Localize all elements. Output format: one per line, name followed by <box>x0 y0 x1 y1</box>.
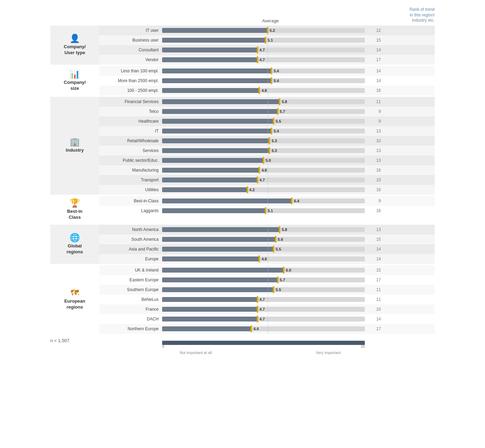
chart-row: More than 2500 empl.5.414 <box>99 76 435 86</box>
bar-value: 5.3 <box>272 139 277 143</box>
section-global-regions: 🌐GlobalregionsNorth America5.813South Am… <box>50 225 435 264</box>
rank-value: 10 <box>365 307 382 312</box>
row-label: Eastern Europe <box>99 277 162 282</box>
bar-marker <box>259 255 260 262</box>
bar-container: 5.7 <box>162 277 365 282</box>
bar-fill <box>162 237 276 242</box>
bar-fill <box>162 129 272 133</box>
bar-fill <box>162 198 292 203</box>
bar-container: 5.5 <box>162 287 365 292</box>
rank-value: 13 <box>365 227 382 232</box>
bar-fill <box>162 99 280 104</box>
chart-row: Healthcare5.59 <box>99 116 435 126</box>
bar-fill <box>162 158 263 163</box>
bar-fill <box>162 326 251 331</box>
n-label: n = 1,507 <box>50 338 162 343</box>
bar-marker <box>273 246 274 253</box>
chart-row: Transport4.715 <box>99 175 435 185</box>
row-label: IT user <box>99 28 162 33</box>
row-label: IT <box>99 129 162 133</box>
rank-value: 16 <box>365 168 382 173</box>
bar-value: 5.1 <box>268 38 273 42</box>
bar-fill <box>162 317 258 321</box>
bar-fill <box>162 38 266 43</box>
bar-marker <box>257 56 258 63</box>
bar-fill <box>162 168 259 173</box>
bar-marker <box>269 137 270 144</box>
row-label: 100 - 2500 empl. <box>99 88 162 93</box>
chart-row: DACH4.714 <box>99 314 435 324</box>
bar-fill <box>162 247 274 252</box>
row-label: Telco <box>99 109 162 114</box>
section-label-global-regions: 🌐Globalregions <box>50 225 99 264</box>
section-icon-best-in-class: 🏆 <box>70 199 80 207</box>
bar-container: 5.2 <box>162 28 365 33</box>
rank-value: 11 <box>365 99 382 104</box>
x-axis-zero: 0 <box>162 344 164 348</box>
bar-fill <box>162 78 272 83</box>
section-title-industry: Industry <box>66 147 84 153</box>
bar-value: 5.8 <box>282 227 287 232</box>
bar-marker <box>259 87 260 94</box>
bar-marker <box>273 286 274 293</box>
section-title-best-in-class: Best-inClass <box>67 209 82 221</box>
n-value: n = 1,507 <box>50 338 70 343</box>
rank-header: Rank of trendin this region/industry etc… <box>407 7 435 23</box>
bar-marker <box>259 167 260 174</box>
chart-row: Laggards5.116 <box>99 206 435 216</box>
rank-value: 15 <box>365 237 382 242</box>
row-label: Southern Europe <box>99 287 162 292</box>
section-title-european-regions: Europeanregions <box>64 298 85 310</box>
bar-container: 4.7 <box>162 297 365 302</box>
bar-container: 5.4 <box>162 78 365 83</box>
bar-marker <box>257 46 258 53</box>
bar-marker <box>271 77 272 84</box>
bar-value: 5.2 <box>270 28 275 32</box>
chart-row: Eastern Europe5.717 <box>99 275 435 285</box>
chart-container: Average Rank of trendin this region/indu… <box>50 7 435 360</box>
bar-value: 5.4 <box>274 129 279 133</box>
rank-value: 10 <box>365 138 382 143</box>
bar-marker <box>271 128 272 135</box>
rank-value: 13 <box>365 129 382 133</box>
rank-value: 13 <box>365 158 382 163</box>
chart-row: IT user5.212 <box>99 26 435 35</box>
section-title-company-size: Company/size <box>64 80 86 92</box>
bar-value: 6.0 <box>286 268 291 272</box>
bar-container: 5.3 <box>162 148 365 153</box>
bar-marker <box>265 37 266 44</box>
section-icon-european-regions: 🗺 <box>71 289 79 297</box>
section-label-company-user-type: 👤Company/User type <box>50 26 99 65</box>
rank-value: 15 <box>365 268 382 273</box>
section-industry: 🏢IndustryFinancial Services5.811Telco5.7… <box>50 97 435 195</box>
bar-value: 4.4 <box>253 327 259 331</box>
bar-container: 5.3 <box>162 138 365 143</box>
chart-row: Manufacturing4.816 <box>99 165 435 175</box>
chart-row: BeNeLux4.711 <box>99 295 435 304</box>
section-company-size: 📊Company/sizeLess than 100 empl.5.414Mor… <box>50 66 435 95</box>
row-label: Financial Services <box>99 99 162 104</box>
bar-container: 4.2 <box>162 187 365 192</box>
row-label: More than 2500 empl. <box>99 78 162 83</box>
bar-fill <box>162 57 258 62</box>
bar-marker <box>275 236 276 243</box>
x-axis-very-important: Very important <box>316 351 341 355</box>
bar-container: 5.0 <box>162 158 365 163</box>
bar-fill <box>162 287 274 292</box>
x-axis: 0 10 Not important at all Very important <box>162 338 417 359</box>
bar-container: 4.8 <box>162 256 365 261</box>
row-label: Asia and Pacific <box>99 247 162 252</box>
bar-container: 5.5 <box>162 247 365 252</box>
bar-fill <box>162 68 272 73</box>
rank-value: 12 <box>365 28 382 33</box>
chart-row: Best-in-Class6.49 <box>99 196 435 206</box>
bar-container: 4.7 <box>162 178 365 182</box>
bar-value: 5.4 <box>274 79 279 83</box>
bar-container: 6.4 <box>162 198 365 203</box>
bar-container: 4.4 <box>162 326 365 331</box>
rank-value: 17 <box>365 277 382 282</box>
chart-row: South America5.615 <box>99 234 435 244</box>
average-label: Average <box>162 18 407 23</box>
bar-value: 5.3 <box>272 149 277 153</box>
chart-row: France4.710 <box>99 304 435 314</box>
